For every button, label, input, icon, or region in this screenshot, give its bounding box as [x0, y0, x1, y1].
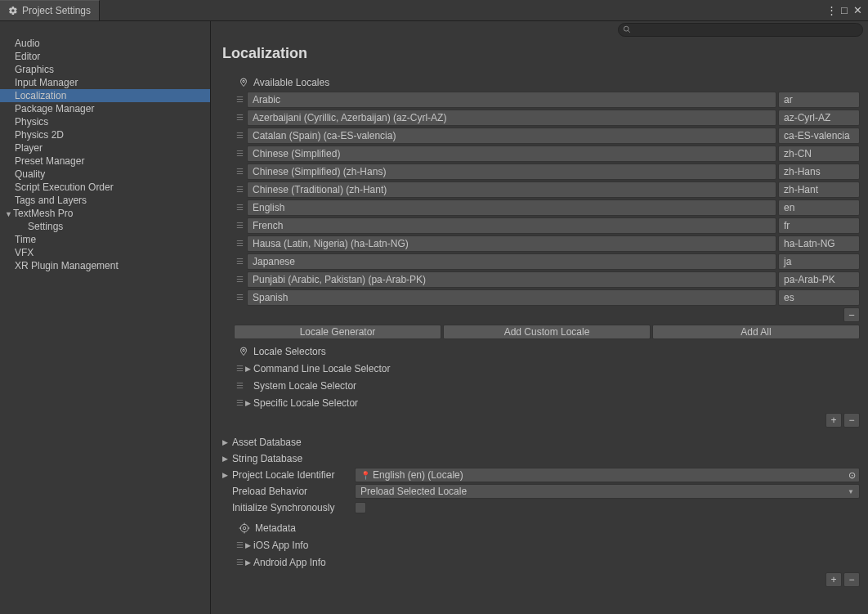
locale-name-field[interactable]: Arabic: [247, 92, 776, 108]
locale-name-field[interactable]: Hausa (Latin, Nigeria) (ha-Latn-NG): [247, 235, 776, 252]
sidebar-item-time[interactable]: Time: [0, 233, 210, 246]
sidebar-item-script-execution-order[interactable]: Script Execution Order: [0, 181, 210, 194]
locale-code-field[interactable]: ca-ES-valencia: [778, 128, 860, 144]
locale-code-field[interactable]: fr: [778, 217, 860, 234]
locale-code-field[interactable]: zh-CN: [778, 146, 860, 162]
sidebar-item-editor[interactable]: Editor: [0, 50, 210, 63]
target-icon: [239, 522, 250, 534]
locale-name-field[interactable]: Catalan (Spain) (ca-ES-valencia): [247, 128, 776, 144]
locale-name-field[interactable]: English: [247, 199, 776, 216]
sidebar-item-player[interactable]: Player: [0, 141, 210, 155]
locale-code-field[interactable]: zh-Hans: [778, 164, 860, 180]
search-input[interactable]: [618, 23, 863, 37]
drag-handle-icon[interactable]: ☰: [234, 541, 245, 549]
sidebar-item-preset-manager[interactable]: Preset Manager: [0, 155, 210, 168]
locale-code-field[interactable]: zh-Hant: [778, 182, 860, 198]
drag-handle-icon[interactable]: ☰: [234, 168, 245, 176]
initialize-sync-label: Initialize Synchronously: [232, 502, 355, 513]
metadata-row: ☰▶iOS App Info: [234, 537, 860, 553]
expand-icon[interactable]: ▶: [245, 541, 253, 549]
object-picker-icon[interactable]: ⊙: [848, 470, 856, 481]
drag-handle-icon[interactable]: ☰: [234, 558, 245, 567]
sidebar-item-settings[interactable]: Settings: [0, 220, 210, 233]
add-all-button[interactable]: Add All: [652, 325, 860, 339]
drag-handle-icon[interactable]: ☰: [234, 204, 245, 212]
menu-icon[interactable]: ⋮: [825, 5, 837, 16]
expand-icon[interactable]: ▶: [222, 471, 232, 479]
add-selector-button[interactable]: +: [825, 413, 842, 428]
sidebar-item-label: VFX: [15, 247, 34, 258]
remove-selector-button[interactable]: −: [843, 413, 860, 428]
drag-handle-icon[interactable]: ☰: [234, 222, 245, 230]
string-database-row[interactable]: ▶ String Database: [222, 450, 860, 467]
locale-code-field[interactable]: ja: [778, 253, 860, 270]
locale-name-field[interactable]: Spanish: [247, 289, 776, 306]
sidebar-item-audio[interactable]: Audio: [0, 37, 210, 50]
locale-generator-button[interactable]: Locale Generator: [234, 325, 441, 339]
locale-name-field[interactable]: Chinese (Traditional) (zh-Hant): [247, 182, 776, 198]
expand-icon[interactable]: ▶: [245, 558, 253, 567]
locale-name-field[interactable]: Azerbaijani (Cyrillic, Azerbaijan) (az-C…: [247, 110, 776, 126]
maximize-icon[interactable]: □: [839, 5, 850, 16]
locale-name-field[interactable]: Chinese (Simplified) (zh-Hans): [247, 164, 776, 180]
sidebar-item-xr-plugin-management[interactable]: XR Plugin Management: [0, 259, 210, 272]
sidebar-item-package-manager[interactable]: Package Manager: [0, 102, 210, 115]
locale-code-field[interactable]: pa-Arab-PK: [778, 271, 860, 288]
locale-code-field[interactable]: ar: [778, 92, 860, 108]
sidebar-item-graphics[interactable]: Graphics: [0, 63, 210, 76]
project-locale-id-field[interactable]: 📍 English (en) (Locale) ⊙: [355, 468, 860, 482]
selector-label: Command Line Locale Selector: [253, 363, 390, 374]
expand-icon[interactable]: ▶: [245, 399, 253, 407]
drag-handle-icon[interactable]: ☰: [234, 150, 245, 158]
preload-behavior-dropdown[interactable]: Preload Selected Locale ▼: [355, 484, 860, 499]
asset-database-row[interactable]: ▶ Asset Database: [222, 434, 860, 450]
locale-row: ☰Japaneseja: [234, 253, 860, 270]
drag-handle-icon[interactable]: ☰: [234, 276, 245, 284]
drag-handle-icon[interactable]: ☰: [234, 294, 245, 302]
sidebar-item-physics[interactable]: Physics: [0, 115, 210, 128]
sidebar-item-label: Script Execution Order: [15, 182, 114, 193]
sidebar-item-tags-and-layers[interactable]: Tags and Layers: [0, 194, 210, 207]
expand-icon[interactable]: ▶: [222, 455, 232, 463]
locale-name-field[interactable]: Punjabi (Arabic, Pakistan) (pa-Arab-PK): [247, 271, 776, 288]
sidebar-item-localization[interactable]: Localization: [0, 89, 210, 102]
sidebar-item-vfx[interactable]: VFX: [0, 246, 210, 259]
drag-handle-icon[interactable]: ☰: [234, 258, 245, 266]
remove-metadata-button[interactable]: −: [843, 572, 860, 587]
add-metadata-button[interactable]: +: [825, 572, 842, 587]
locale-code-field[interactable]: en: [778, 199, 860, 216]
locale-code-field[interactable]: es: [778, 289, 860, 306]
initialize-sync-checkbox[interactable]: [355, 502, 366, 513]
titlebar: Project Settings ⋮ □ ✕: [0, 0, 868, 21]
drag-handle-icon[interactable]: ☰: [234, 132, 245, 140]
drag-handle-icon[interactable]: ☰: [234, 96, 245, 104]
close-icon[interactable]: ✕: [852, 5, 863, 16]
svg-point-0: [624, 26, 629, 31]
drag-handle-icon[interactable]: ☰: [234, 399, 245, 407]
expand-icon[interactable]: ▶: [222, 438, 232, 446]
sidebar-item-label: Audio: [15, 38, 40, 49]
sidebar-item-physics-2d[interactable]: Physics 2D: [0, 128, 210, 141]
drag-handle-icon[interactable]: ☰: [234, 365, 245, 373]
locale-name-field[interactable]: Chinese (Simplified): [247, 146, 776, 162]
drag-handle-icon[interactable]: ☰: [234, 240, 245, 248]
locale-name-field[interactable]: French: [247, 217, 776, 234]
expand-icon[interactable]: ▼: [5, 208, 13, 221]
drag-handle-icon[interactable]: ☰: [234, 186, 245, 194]
drag-handle-icon[interactable]: ☰: [234, 114, 245, 122]
sidebar-item-quality[interactable]: Quality: [0, 168, 210, 181]
sidebar-item-input-manager[interactable]: Input Manager: [0, 76, 210, 89]
window-tab[interactable]: Project Settings: [0, 0, 100, 20]
locale-name-field[interactable]: Japanese: [247, 253, 776, 270]
locale-code-field[interactable]: ha-Latn-NG: [778, 235, 860, 252]
remove-locale-button[interactable]: −: [843, 307, 860, 322]
drag-handle-icon[interactable]: ☰: [234, 382, 245, 390]
window-title: Project Settings: [22, 5, 91, 16]
locale-row: ☰Chinese (Simplified) (zh-Hans)zh-Hans: [234, 164, 860, 180]
project-locale-id-label: Project Locale Identifier: [232, 469, 355, 481]
expand-icon[interactable]: ▶: [245, 365, 253, 373]
location-pin-icon: [239, 346, 248, 357]
add-custom-locale-button[interactable]: Add Custom Locale: [443, 325, 651, 339]
locale-code-field[interactable]: az-Cyrl-AZ: [778, 110, 860, 126]
sidebar-item-textmesh-pro[interactable]: ▼TextMesh Pro: [0, 207, 210, 220]
